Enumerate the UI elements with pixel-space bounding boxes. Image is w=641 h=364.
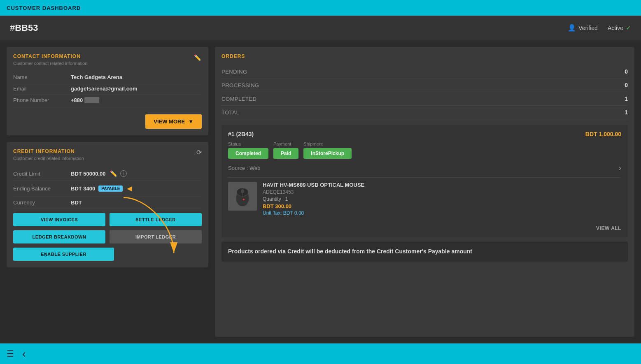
right-panel: ORDERS PENDING 0 PROCESSING 0 COMPLETED … xyxy=(215,47,634,337)
payment-group: Payment Paid xyxy=(273,141,298,159)
payment-paid-button[interactable]: Paid xyxy=(273,148,298,159)
payable-badge: PAYABLE xyxy=(98,185,123,192)
product-price: BDT 300.00 xyxy=(263,203,621,209)
pending-value: 0 xyxy=(603,68,628,75)
orders-section-title: ORDERS xyxy=(221,53,628,59)
credit-buttons-row3: ENABLE SUPPLIER xyxy=(13,248,202,261)
order-card: #1 (2B43) BDT 1,000.00 Status Completed … xyxy=(221,125,628,237)
phone-label: Phone Number xyxy=(13,97,71,103)
contact-card-header: CONTACT INFORMATION Customer contact rel… xyxy=(13,53,202,72)
order-status-row: Status Completed Payment Paid Shipment I… xyxy=(228,141,621,159)
mouse-svg xyxy=(232,184,253,209)
total-value: 1 xyxy=(603,109,628,116)
credit-card: CREDIT INFORMATION Customer credit relat… xyxy=(7,142,208,267)
ending-balance-row: Ending Balance BDT 3400 PAYABLE ◄ xyxy=(13,181,202,197)
product-qty: Quantity : 1 xyxy=(263,196,621,202)
view-more-button[interactable]: VIEW MORE ▼ xyxy=(145,114,202,129)
completed-value: 1 xyxy=(603,95,628,102)
header-row: #BB53 👤 Verified Active ✓ xyxy=(0,16,641,40)
status-label: Status xyxy=(228,141,268,146)
shipment-instorepcikup-button[interactable]: InStorePickup xyxy=(303,148,352,159)
product-image xyxy=(228,182,257,211)
main-content: CONTACT INFORMATION Customer contact rel… xyxy=(0,40,641,343)
view-all-row: VIEW ALL xyxy=(228,224,621,232)
contact-section-title: CONTACT INFORMATION xyxy=(13,53,87,59)
bottom-bar: ☰ ‹ xyxy=(0,343,641,364)
email-label: Email xyxy=(13,86,71,92)
processing-label: PROCESSING xyxy=(221,82,603,88)
view-all-button[interactable]: VIEW ALL xyxy=(596,225,621,231)
verified-label: Verified xyxy=(578,25,598,31)
check-icon: ✓ xyxy=(626,24,631,32)
currency-row: Currency BDT xyxy=(13,197,202,209)
status-completed-button[interactable]: Completed xyxy=(228,148,268,159)
phone-blur xyxy=(84,97,99,103)
info-icon[interactable]: i xyxy=(120,170,127,177)
credit-limit-label: Credit Limit xyxy=(13,171,71,177)
product-name: HAVIT HV-MS689 USB OPTICAL MOUSE xyxy=(263,182,621,188)
processing-row: PROCESSING 0 xyxy=(221,79,628,92)
product-info: HAVIT HV-MS689 USB OPTICAL MOUSE ADEQE13… xyxy=(263,182,621,216)
currency-value: BDT xyxy=(71,199,82,206)
chevron-right-icon[interactable]: › xyxy=(619,164,621,172)
active-label: Active xyxy=(608,25,623,31)
svg-point-5 xyxy=(243,199,245,200)
contact-edit-button[interactable]: ✏️ xyxy=(193,53,202,62)
order-number: #1 (2B43) xyxy=(228,131,254,137)
contact-card: CONTACT INFORMATION Customer contact rel… xyxy=(7,47,208,135)
shipment-group: Shipment InStorePickup xyxy=(303,141,352,159)
payment-label: Payment xyxy=(273,141,298,146)
contact-email-row: Email gadgetsarena@gmail.com xyxy=(13,83,202,95)
email-value: gadgetsarena@gmail.com xyxy=(71,86,138,92)
credit-note: Products ordered via Credit will be dedu… xyxy=(221,241,628,262)
contact-name-row: Name Tech Gadgets Arena xyxy=(13,72,202,83)
credit-buttons-row1: VIEW INVOICES SETTLE LEDGER xyxy=(13,213,202,226)
currency-label: Currency xyxy=(13,199,71,206)
status-group: Status Completed xyxy=(228,141,268,159)
credit-section-subtitle: Customer credit related information xyxy=(13,156,84,161)
credit-limit-row: Credit Limit BDT 50000.00 ✏️ i xyxy=(13,167,202,181)
ledger-breakdown-button[interactable]: LEDGER BREAKDOWN xyxy=(13,230,105,243)
credit-limit-value: BDT 50000.00 xyxy=(71,171,106,177)
settle-ledger-button[interactable]: SETTLE LEDGER xyxy=(110,213,202,226)
processing-value: 0 xyxy=(603,82,628,88)
view-invoices-button[interactable]: VIEW INVOICES xyxy=(13,213,105,226)
source-label: Source : Web xyxy=(228,165,261,171)
ending-balance-value: BDT 3400 xyxy=(71,185,95,192)
customer-id: #BB53 xyxy=(10,23,568,33)
credit-card-titles: CREDIT INFORMATION Customer credit relat… xyxy=(13,148,84,167)
product-tax: Unit Tax: BDT 0.00 xyxy=(263,210,621,216)
verified-badge: 👤 Verified xyxy=(568,24,598,32)
back-icon[interactable]: ‹ xyxy=(22,348,26,360)
contact-card-titles: CONTACT INFORMATION Customer contact rel… xyxy=(13,53,87,72)
credit-section-title: CREDIT INFORMATION xyxy=(13,148,84,154)
shipment-label: Shipment xyxy=(303,141,352,146)
completed-row: COMPLETED 1 xyxy=(221,92,628,106)
source-row: Source : Web › xyxy=(228,164,621,172)
contact-section-subtitle: Customer contact related information xyxy=(13,61,87,66)
svg-point-4 xyxy=(241,189,244,193)
product-item: HAVIT HV-MS689 USB OPTICAL MOUSE ADEQE13… xyxy=(228,177,621,220)
left-panel: CONTACT INFORMATION Customer contact rel… xyxy=(7,47,208,337)
header-badges: 👤 Verified Active ✓ xyxy=(568,24,631,32)
import-ledger-button[interactable]: IMPORT LEDGER xyxy=(110,230,202,243)
refresh-icon[interactable]: ⟳ xyxy=(196,148,202,156)
hamburger-menu-icon[interactable]: ☰ xyxy=(7,349,14,359)
completed-label: COMPLETED xyxy=(221,96,603,102)
pending-row: PENDING 0 xyxy=(221,65,628,79)
pending-label: PENDING xyxy=(221,69,603,75)
user-verified-icon: 👤 xyxy=(568,24,576,32)
enable-supplier-button[interactable]: ENABLE SUPPLIER xyxy=(13,248,114,261)
credit-buttons-row2: LEDGER BREAKDOWN IMPORT LEDGER xyxy=(13,230,202,243)
top-bar: CUSTOMER DASHBOARD xyxy=(0,0,641,16)
credit-card-header: CREDIT INFORMATION Customer credit relat… xyxy=(13,148,202,167)
phone-value: +880 xyxy=(71,97,99,103)
contact-phone-row: Phone Number +880 xyxy=(13,95,202,106)
total-row: TOTAL 1 xyxy=(221,106,628,119)
name-label: Name xyxy=(13,74,71,80)
ending-balance-label: Ending Balance xyxy=(13,185,71,192)
app-title: CUSTOMER DASHBOARD xyxy=(7,5,81,11)
active-badge: Active ✓ xyxy=(608,24,631,32)
name-value: Tech Gadgets Arena xyxy=(71,74,122,80)
credit-limit-edit-button[interactable]: ✏️ xyxy=(109,169,118,178)
